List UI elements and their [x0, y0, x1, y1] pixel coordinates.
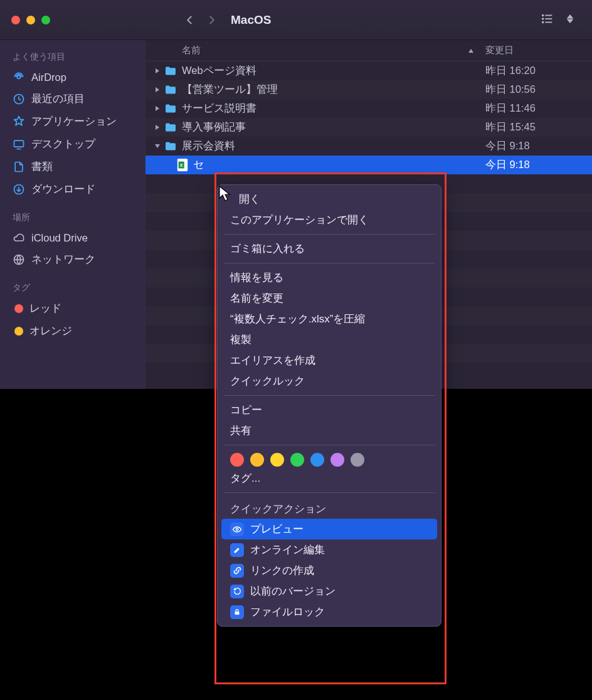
svg-point-4 [542, 18, 544, 19]
column-name[interactable]: 名前 [182, 45, 485, 56]
history-icon [230, 585, 244, 598]
sidebar-item-label: レッド [29, 302, 61, 316]
disclosure-right-icon[interactable] [153, 105, 162, 112]
svg-rect-10 [14, 141, 24, 147]
window-controls [8, 16, 50, 24]
column-date[interactable]: 変更日 [485, 45, 592, 56]
file-name: 【営業ツール】管理 [182, 83, 485, 97]
folder-icon [164, 141, 177, 151]
disclosure-right-icon[interactable] [153, 68, 162, 74]
tag-color-yellow[interactable] [270, 453, 284, 467]
tag-color-purple[interactable] [330, 453, 344, 467]
svg-point-25 [236, 528, 238, 531]
sidebar-item-label: 書類 [31, 160, 53, 174]
context-menu: 開く このアプリケーションで開く ゴミ箱に入れる 情報を見る 名前を変更 “複数… [217, 184, 441, 627]
toolbar: MacOS [0, 0, 592, 40]
cloud-icon [13, 231, 25, 244]
file-date: 昨日 16:20 [485, 64, 592, 78]
table-row[interactable]: 展示会資料 今日 9:18 [145, 137, 592, 156]
close-window-button[interactable] [11, 16, 20, 24]
file-date: 昨日 10:56 [485, 83, 592, 97]
sidebar-item-label: AirDrop [31, 72, 66, 83]
svg-marker-6 [567, 14, 573, 18]
sidebar-item-label: iCloud Drive [31, 232, 88, 244]
table-row[interactable]: Webページ資料 昨日 16:20 [145, 61, 592, 80]
menu-tags[interactable]: タグ... [218, 468, 441, 489]
view-list-icon[interactable] [541, 12, 554, 28]
lock-icon [230, 605, 244, 619]
sidebar-item-label: ネットワーク [31, 253, 95, 267]
sort-options-icon[interactable] [563, 12, 577, 28]
pencil-icon [230, 543, 244, 557]
menu-separator [224, 234, 435, 235]
table-row[interactable]: 【営業ツール】管理 昨日 10:56 [145, 80, 592, 99]
menu-quicklook[interactable]: クイックルック [218, 371, 441, 391]
sidebar-item-airdrop[interactable]: AirDrop [0, 66, 145, 88]
menu-duplicate[interactable]: 複製 [218, 329, 441, 350]
file-name: Webページ資料 [182, 64, 485, 78]
file-name: 導入事例記事 [182, 120, 485, 134]
sidebar-item-applications[interactable]: アプリケーション [0, 110, 145, 133]
sidebar-item-label: アプリケーション [31, 115, 117, 129]
svg-point-8 [18, 76, 21, 79]
apps-icon [13, 115, 25, 128]
menu-qa-file-lock[interactable]: ファイルロック [218, 602, 441, 622]
file-name: サービス説明書 [182, 102, 485, 115]
disclosure-down-icon[interactable] [153, 143, 162, 149]
menu-copy[interactable]: コピー [218, 400, 441, 420]
table-row[interactable]: サービス説明書 昨日 11:46 [145, 99, 592, 118]
zoom-window-button[interactable] [41, 16, 50, 24]
svg-marker-16 [468, 49, 473, 53]
menu-qa-online-edit[interactable]: オンライン編集 [218, 539, 441, 560]
tag-color-green[interactable] [290, 453, 304, 467]
back-button[interactable] [184, 14, 196, 26]
svg-point-3 [542, 14, 544, 16]
sidebar-item-tag-orange[interactable]: オレンジ [0, 320, 145, 342]
menu-qa-create-link[interactable]: リンクの作成 [218, 560, 441, 581]
tag-color-orange[interactable] [250, 453, 264, 467]
menu-info[interactable]: 情報を見る [218, 267, 441, 288]
clock-icon [13, 93, 25, 105]
sidebar-item-icloud[interactable]: iCloud Drive [0, 227, 145, 248]
menu-quick-actions-label: クイックアクション [218, 497, 441, 519]
file-name: 展示会資料 [182, 139, 485, 153]
forward-button[interactable] [206, 14, 217, 26]
tag-color-blue[interactable] [310, 453, 324, 467]
sort-caret-icon [468, 48, 474, 54]
menu-compress[interactable]: “複数人チェック.xlsx”を圧縮 [218, 309, 441, 329]
disclosure-right-icon[interactable] [153, 87, 162, 93]
menu-trash[interactable]: ゴミ箱に入れる [218, 238, 441, 259]
menu-separator [224, 395, 435, 396]
menu-open-with[interactable]: このアプリケーションで開く [218, 209, 441, 230]
folder-icon [164, 122, 177, 132]
minimize-window-button[interactable] [26, 16, 35, 24]
sidebar-item-recent[interactable]: 最近の項目 [0, 88, 145, 110]
table-row-selected[interactable]: X セ 今日 9:18 [145, 156, 592, 174]
document-icon [13, 161, 25, 173]
sidebar-section-tags: タグ [0, 280, 145, 297]
sidebar-item-desktop[interactable]: デスクトップ [0, 133, 145, 156]
menu-share[interactable]: 共有 [218, 420, 441, 441]
disclosure-right-icon[interactable] [153, 124, 162, 130]
sidebar-item-documents[interactable]: 書類 [0, 156, 145, 178]
svg-marker-19 [156, 106, 159, 111]
menu-qa-previous-version[interactable]: 以前のバージョン [218, 581, 441, 602]
svg-rect-26 [235, 612, 240, 615]
menu-alias[interactable]: エイリアスを作成 [218, 350, 441, 371]
column-headers: 名前 変更日 [145, 40, 592, 61]
menu-rename[interactable]: 名前を変更 [218, 288, 441, 309]
menu-separator [224, 263, 435, 263]
sidebar-item-tag-red[interactable]: レッド [0, 297, 145, 320]
menu-separator [224, 492, 435, 493]
tag-color-gray[interactable] [351, 453, 364, 467]
sidebar-item-downloads[interactable]: ダウンロード [0, 178, 145, 201]
tag-color-red[interactable] [230, 453, 244, 467]
menu-open[interactable]: 開く [218, 189, 441, 209]
menu-qa-preview[interactable]: プレビュー [221, 519, 437, 539]
link-icon [230, 564, 244, 578]
sidebar-section-locations: 場所 [0, 209, 145, 227]
sidebar-item-network[interactable]: ネットワーク [0, 248, 145, 271]
table-row[interactable]: 導入事例記事 昨日 15:45 [145, 118, 592, 137]
globe-icon [13, 253, 25, 266]
folder-icon [164, 66, 177, 76]
